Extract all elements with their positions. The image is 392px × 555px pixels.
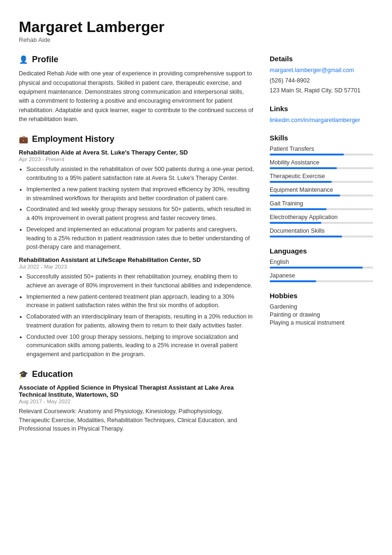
skills-section-title: Skills	[270, 134, 373, 142]
job-entry: Rehabilitation Assistant at LifeScape Re…	[19, 256, 255, 359]
details-section-title: Details	[270, 55, 373, 63]
skill-name: Documentation Skills	[270, 228, 373, 234]
profile-section-title: 👤 Profile	[19, 55, 255, 65]
header: Margaret Lamberger Rehab Aide	[19, 19, 373, 43]
skill-bar-bg	[270, 236, 373, 237]
bullet-item: Collaborated with an interdisciplinary t…	[26, 312, 255, 330]
skill-bar-fill	[270, 208, 327, 210]
education-section-title: 🎓 Education	[19, 369, 255, 379]
job-title: Rehabilitation Assistant at LifeScape Re…	[19, 256, 255, 263]
skill-name: Equipment Maintenance	[270, 187, 373, 193]
skill-bar-bg	[270, 167, 373, 169]
job-bullets: Successfully assisted 50+ patients in th…	[19, 272, 255, 359]
right-column: Details margaret.lamberger@gmail.com (52…	[270, 55, 373, 444]
skill-bar-bg	[270, 154, 373, 155]
skill-bar-bg	[270, 222, 373, 224]
edu-entry: Associate of Applied Science in Physical…	[19, 384, 255, 433]
bullet-item: Successfully assisted 50+ patients in th…	[26, 272, 255, 290]
details-section: Details margaret.lamberger@gmail.com (52…	[270, 55, 373, 95]
jobs-container: Rehabilitation Aide at Avera St. Luke's …	[19, 149, 255, 359]
edu-title: Associate of Applied Science in Physical…	[19, 384, 255, 398]
candidate-title: Rehab Aide	[19, 36, 373, 43]
language-bar-fill	[270, 280, 316, 282]
skill-bar-fill	[270, 167, 337, 169]
bullet-item: Coordinated and led weekly group therapy…	[26, 205, 255, 223]
job-entry: Rehabilitation Aide at Avera St. Luke's …	[19, 149, 255, 252]
linkedin-link[interactable]: linkedin.com/in/margaretlamberger	[270, 117, 360, 123]
skill-item: Patient Transfers	[270, 146, 373, 155]
languages-section: Languages EnglishJapanese	[270, 247, 373, 282]
address-item: 123 Main St, Rapid City, SD 57701	[270, 87, 373, 95]
skill-bar-bg	[270, 195, 373, 196]
hobby-item: Gardening	[270, 303, 373, 310]
skill-bar-fill	[270, 181, 332, 183]
language-bar-fill	[270, 267, 363, 269]
education-icon: 🎓	[19, 370, 28, 379]
language-item: Japanese	[270, 272, 373, 282]
edu-dates: Aug 2017 - May 2022	[19, 399, 255, 404]
candidate-name: Margaret Lamberger	[19, 19, 373, 35]
languages-container: EnglishJapanese	[270, 259, 373, 282]
profile-icon: 👤	[19, 55, 28, 64]
bullet-item: Implemented a new patient tracking syste…	[26, 185, 255, 203]
skills-section: Skills Patient TransfersMobility Assista…	[270, 134, 373, 237]
employment-icon: 💼	[19, 135, 28, 144]
email-item: margaret.lamberger@gmail.com	[270, 66, 373, 75]
skill-name: Gait Training	[270, 200, 373, 207]
skill-bar-fill	[270, 222, 321, 224]
education-section: 🎓 Education Associate of Applied Science…	[19, 369, 255, 433]
skills-container: Patient TransfersMobility AssistanceTher…	[270, 146, 373, 237]
hobby-item: Painting or drawing	[270, 311, 373, 318]
bullet-item: Conducted over 100 group therapy session…	[26, 333, 255, 359]
skill-name: Therapeutic Exercise	[270, 173, 373, 180]
email-link[interactable]: margaret.lamberger@gmail.com	[270, 67, 354, 73]
skill-name: Electrotherapy Application	[270, 214, 373, 220]
hobbies-section-title: Hobbies	[270, 292, 373, 300]
page: Margaret Lamberger Rehab Aide 👤 Profile …	[19, 19, 373, 444]
edu-container: Associate of Applied Science in Physical…	[19, 384, 255, 433]
skill-bar-bg	[270, 208, 373, 210]
skill-bar-fill	[270, 195, 340, 196]
employment-section: 💼 Employment History Rehabilitation Aide…	[19, 134, 255, 359]
skill-item: Gait Training	[270, 200, 373, 210]
skill-item: Therapeutic Exercise	[270, 173, 373, 183]
links-section: Links linkedin.com/in/margaretlamberger	[270, 105, 373, 125]
skill-name: Patient Transfers	[270, 146, 373, 152]
skill-bar-bg	[270, 181, 373, 183]
linkedin-item: linkedin.com/in/margaretlamberger	[270, 116, 373, 125]
links-section-title: Links	[270, 105, 373, 113]
job-bullets: Successfully assisted in the rehabilitat…	[19, 165, 255, 252]
languages-section-title: Languages	[270, 247, 373, 255]
skill-item: Mobility Assistance	[270, 159, 373, 169]
main-content: 👤 Profile Dedicated Rehab Aide with one …	[19, 55, 373, 444]
left-column: 👤 Profile Dedicated Rehab Aide with one …	[19, 55, 255, 444]
hobbies-container: GardeningPainting or drawingPlaying a mu…	[270, 303, 373, 326]
skill-item: Equipment Maintenance	[270, 187, 373, 196]
job-dates: Apr 2023 - Present	[19, 156, 255, 162]
language-name: Japanese	[270, 272, 373, 279]
hobby-item: Playing a musical instrument	[270, 319, 373, 326]
language-bar-bg	[270, 267, 373, 269]
language-bar-bg	[270, 280, 373, 282]
profile-section: 👤 Profile Dedicated Rehab Aide with one …	[19, 55, 255, 124]
job-dates: Jul 2022 - Mar 2023	[19, 264, 255, 269]
hobbies-section: Hobbies GardeningPainting or drawingPlay…	[270, 292, 373, 326]
skill-item: Electrotherapy Application	[270, 214, 373, 224]
skill-item: Documentation Skills	[270, 228, 373, 237]
bullet-item: Implemented a new patient-centered treat…	[26, 293, 255, 310]
skill-name: Mobility Assistance	[270, 159, 373, 166]
edu-text: Relevant Coursework: Anatomy and Physiol…	[19, 407, 255, 433]
job-title: Rehabilitation Aide at Avera St. Luke's …	[19, 149, 255, 156]
skill-bar-fill	[270, 154, 344, 155]
profile-text: Dedicated Rehab Aide with one year of ex…	[19, 69, 255, 124]
bullet-item: Successfully assisted in the rehabilitat…	[26, 165, 255, 183]
employment-section-title: 💼 Employment History	[19, 134, 255, 144]
language-item: English	[270, 259, 373, 269]
skill-bar-fill	[270, 236, 342, 237]
phone-item: (526) 744-8902	[270, 77, 373, 85]
bullet-item: Developed and implemented an educational…	[26, 225, 255, 252]
language-name: English	[270, 259, 373, 265]
